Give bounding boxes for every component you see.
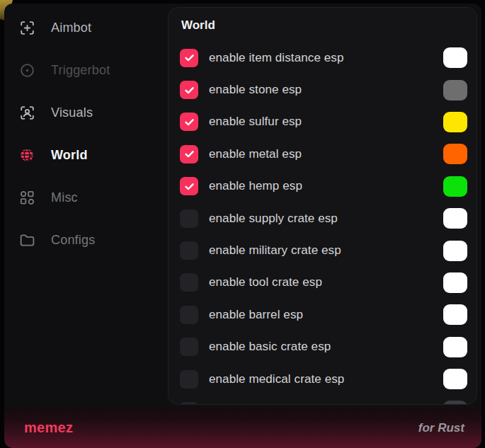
cheat-menu-window: Aimbot Triggerbot Visuals World Misc Con… <box>4 4 481 448</box>
color-swatch[interactable] <box>443 47 467 68</box>
setting-checkbox[interactable] <box>180 338 198 356</box>
color-swatch[interactable] <box>443 401 467 405</box>
setting-row: enable basic crate esp <box>180 331 467 363</box>
setting-checkbox[interactable] <box>180 402 198 405</box>
color-swatch[interactable] <box>443 272 467 293</box>
setting-row: enable barrel esp <box>180 299 467 331</box>
color-swatch[interactable] <box>443 176 467 197</box>
aimbot-icon <box>18 18 36 37</box>
settings-rows: enable item distance esp enable stone es… <box>180 42 467 405</box>
misc-icon <box>18 188 36 207</box>
sidebar-item-label: Triggerbot <box>51 63 110 78</box>
setting-checkbox[interactable] <box>180 273 198 292</box>
setting-row: enable military crate esp <box>180 234 467 266</box>
setting-row: enable item distance esp <box>180 42 467 74</box>
setting-checkbox[interactable] <box>180 241 198 260</box>
triggerbot-icon <box>18 61 36 79</box>
sidebar-item-aimbot[interactable]: Aimbot <box>4 6 168 49</box>
setting-checkbox[interactable] <box>180 306 198 324</box>
setting-label: enable item distance esp <box>209 51 343 65</box>
setting-row: enable supply crate esp <box>180 202 467 234</box>
color-swatch[interactable] <box>443 369 467 389</box>
setting-row: enable stone esp <box>180 74 467 105</box>
sidebar-item-world[interactable]: World <box>4 134 168 176</box>
setting-row <box>180 395 467 405</box>
footer-bar: memez for Rust <box>4 408 481 448</box>
panel-title: World <box>181 18 467 33</box>
color-swatch[interactable] <box>443 144 467 164</box>
sidebar-item-label: Aimbot <box>51 21 91 35</box>
setting-label: enable hemp esp <box>209 179 302 193</box>
color-swatch[interactable] <box>443 304 467 325</box>
color-swatch[interactable] <box>443 337 467 357</box>
sidebar-item-label: Visuals <box>51 105 93 120</box>
sidebar-item-misc[interactable]: Misc <box>4 176 168 219</box>
brand-name: memez <box>24 420 73 436</box>
setting-label: enable sulfur esp <box>209 115 302 129</box>
world-icon <box>18 146 36 164</box>
setting-label: enable military crate esp <box>209 243 341 258</box>
setting-label: enable metal esp <box>209 147 302 161</box>
color-swatch[interactable] <box>443 208 467 229</box>
color-swatch[interactable] <box>443 241 467 261</box>
setting-row: enable hemp esp <box>180 171 467 202</box>
sidebar-item-configs[interactable]: Configs <box>4 219 168 261</box>
sidebar: Aimbot Triggerbot Visuals World Misc Con… <box>4 4 168 404</box>
sidebar-item-label: World <box>51 148 88 163</box>
setting-label: enable medical crate esp <box>209 372 344 386</box>
sidebar-item-label: Misc <box>51 190 78 205</box>
sidebar-item-triggerbot[interactable]: Triggerbot <box>4 49 168 91</box>
setting-row: enable tool crate esp <box>180 267 467 299</box>
setting-checkbox[interactable] <box>180 209 198 228</box>
visuals-icon <box>18 103 36 122</box>
setting-row: enable metal esp <box>180 138 467 170</box>
setting-row: enable sulfur esp <box>180 106 467 138</box>
setting-label: enable supply crate esp <box>209 212 338 226</box>
color-swatch[interactable] <box>443 112 467 132</box>
color-swatch[interactable] <box>443 80 467 100</box>
setting-checkbox[interactable] <box>180 113 198 131</box>
setting-checkbox[interactable] <box>180 49 198 67</box>
settings-panel: World enable item distance esp enable st… <box>168 7 477 405</box>
sidebar-item-label: Configs <box>51 233 95 248</box>
setting-checkbox[interactable] <box>180 145 198 163</box>
sidebar-item-visuals[interactable]: Visuals <box>4 91 168 134</box>
brand-tagline: for Rust <box>418 421 464 435</box>
setting-label: enable barrel esp <box>209 308 303 322</box>
setting-checkbox[interactable] <box>180 81 198 99</box>
setting-checkbox[interactable] <box>180 177 198 195</box>
setting-checkbox[interactable] <box>180 370 198 389</box>
setting-label: enable basic crate esp <box>209 340 331 354</box>
setting-row: enable medical crate esp <box>180 363 467 395</box>
setting-label: enable tool crate esp <box>209 275 322 289</box>
setting-label: enable stone esp <box>209 83 302 97</box>
configs-icon <box>18 231 36 249</box>
